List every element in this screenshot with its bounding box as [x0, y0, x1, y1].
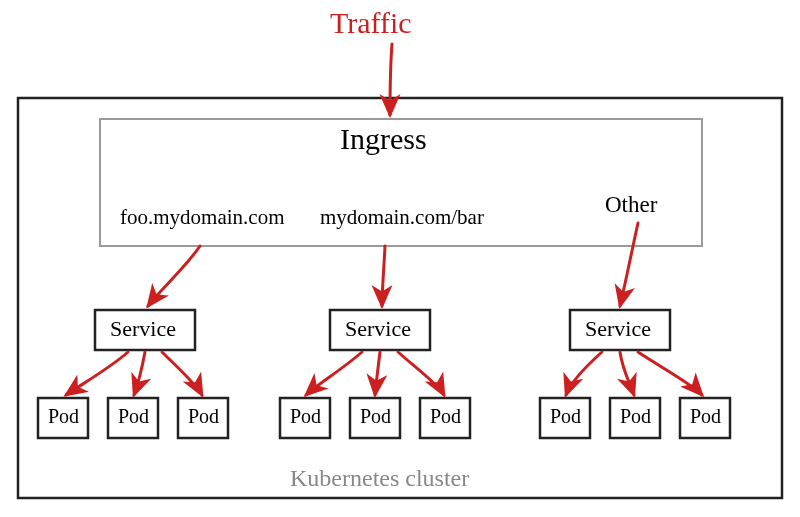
ingress-route-1: mydomain.com/bar — [320, 205, 484, 230]
svg-rect-0 — [18, 98, 782, 498]
cluster-caption: Kubernetes cluster — [290, 465, 469, 492]
service-label-1: Service — [345, 316, 411, 342]
ingress-route-0: foo.mydomain.com — [120, 205, 284, 230]
diagram-canvas: Traffic Ingress foo.mydomain.com mydomai… — [0, 0, 800, 517]
arrows — [0, 0, 800, 517]
cluster-box — [0, 0, 800, 517]
pod-label: Pod — [690, 405, 721, 428]
pod-label: Pod — [188, 405, 219, 428]
pod-label: Pod — [290, 405, 321, 428]
ingress-route-2: Other — [605, 192, 657, 218]
pod-label: Pod — [48, 405, 79, 428]
pod-label: Pod — [360, 405, 391, 428]
service-label-0: Service — [110, 316, 176, 342]
traffic-label: Traffic — [330, 6, 412, 40]
pod-label: Pod — [118, 405, 149, 428]
ingress-box — [0, 0, 800, 517]
pod-label: Pod — [550, 405, 581, 428]
service-boxes — [0, 0, 800, 517]
pod-boxes — [0, 0, 800, 517]
ingress-title: Ingress — [340, 122, 427, 156]
service-label-2: Service — [585, 316, 651, 342]
pod-label: Pod — [430, 405, 461, 428]
pod-label: Pod — [620, 405, 651, 428]
